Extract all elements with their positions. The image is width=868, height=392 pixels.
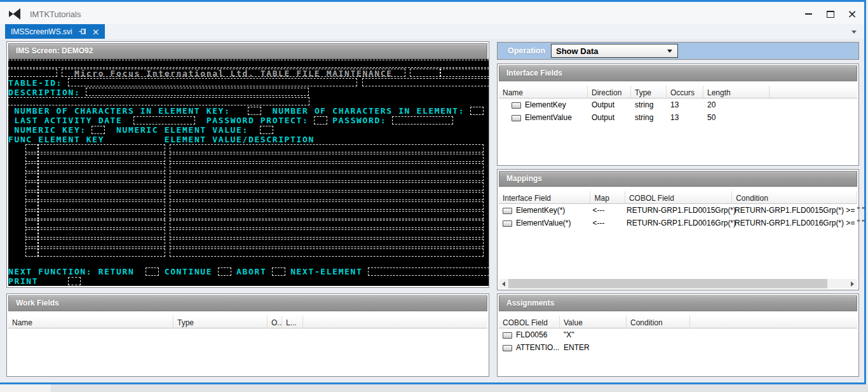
screen-field[interactable]	[440, 69, 489, 77]
column-header-filler	[770, 86, 857, 98]
app-window: IMTKTutorials × IMSScreenWS.svi × IMS	[0, 0, 868, 392]
screen-field[interactable]	[8, 97, 309, 105]
pin-icon[interactable]	[79, 27, 87, 36]
screen-field[interactable]	[37, 154, 165, 162]
column-header-type[interactable]: Type	[173, 316, 268, 328]
screen-field[interactable]	[25, 248, 39, 257]
assignments-table: COBOL FieldValueConditionFLD0056"X"ATTEN…	[499, 316, 857, 354]
screen-field[interactable]	[8, 60, 489, 68]
screen-field[interactable]	[314, 116, 327, 125]
table-header-row: Interface FieldMapCOBOL FieldCondition	[499, 191, 857, 204]
scroll-left-arrow-icon[interactable]	[499, 279, 508, 288]
minimize-button[interactable]	[801, 7, 815, 21]
screen-field[interactable]	[146, 267, 159, 276]
screen-field[interactable]	[25, 154, 39, 162]
screen-field[interactable]	[37, 211, 165, 219]
screen-field[interactable]	[170, 173, 483, 181]
screen-field[interactable]	[25, 163, 39, 172]
screen-field[interactable]	[170, 182, 483, 191]
mappings-h-scrollbar[interactable]	[499, 279, 857, 288]
column-header-cobol-field[interactable]: COBOL Field	[499, 316, 560, 328]
screen-field[interactable]	[133, 116, 195, 125]
screen-field[interactable]	[86, 88, 309, 96]
screen-field[interactable]	[92, 126, 105, 134]
screen-field[interactable]	[170, 163, 483, 172]
column-header-type[interactable]: Type	[631, 86, 667, 98]
close-button[interactable]: ×	[845, 7, 859, 21]
screen-field[interactable]	[170, 229, 483, 238]
column-header-cobol-field[interactable]: COBOL Field	[625, 191, 732, 204]
table-cell: RETURN-GRP1.FLD0015Grp(*) >= " "	[731, 206, 857, 215]
operation-select[interactable]: Show Data	[551, 44, 678, 58]
column-header-name[interactable]: Name	[499, 86, 588, 98]
screen-field[interactable]	[37, 239, 165, 247]
screen-field[interactable]	[170, 192, 483, 200]
screen-field[interactable]	[37, 201, 165, 210]
screen-field[interactable]	[170, 220, 483, 228]
screen-field[interactable]	[170, 211, 483, 219]
screen-field[interactable]	[8, 69, 57, 77]
screen-field[interactable]	[170, 239, 483, 247]
tab-close-icon[interactable]: ×	[92, 27, 100, 36]
screen-field[interactable]	[170, 144, 483, 152]
interface-fields-section: Interface Fields NameDirectionTypeOccurs…	[497, 64, 859, 166]
table-row[interactable]: ElementKey(*)<---RETURN-GRP1.FLD0015Grp(…	[499, 204, 857, 217]
screen-field[interactable]	[25, 192, 39, 200]
screen-field[interactable]	[37, 229, 165, 238]
screen-field[interactable]	[260, 126, 273, 134]
screen-field[interactable]	[68, 78, 358, 86]
column-header-occurs[interactable]: Occurs	[667, 86, 703, 98]
maximize-button[interactable]	[824, 7, 837, 21]
screen-field[interactable]	[37, 192, 165, 200]
column-header-name[interactable]: Name	[8, 316, 173, 328]
column-header-o-[interactable]: O...	[268, 316, 282, 328]
screen-field[interactable]	[470, 107, 484, 115]
column-header-length[interactable]: Length	[703, 86, 770, 98]
screen-field[interactable]	[68, 277, 81, 285]
screen-field[interactable]	[37, 173, 165, 181]
table-row[interactable]: ElementValue(*)<---RETURN-GRP1.FLD0016Gr…	[499, 217, 857, 229]
screen-field[interactable]	[37, 144, 165, 152]
table-row[interactable]: ATTENTIO...ENTER	[499, 341, 857, 354]
tab-list-dropdown-icon[interactable]	[851, 30, 857, 34]
column-header-direction[interactable]: Direction	[588, 86, 631, 98]
column-header-condition[interactable]: Condition	[732, 191, 857, 204]
column-header-interface-field[interactable]: Interface Field	[499, 191, 590, 204]
column-header-value[interactable]: Value	[560, 316, 627, 328]
screen-field[interactable]	[368, 267, 489, 276]
document-tab[interactable]: IMSScreenWS.svi ×	[5, 24, 105, 39]
scroll-right-arrow-icon[interactable]	[848, 279, 857, 288]
column-header-l-[interactable]: L...	[282, 316, 303, 328]
table-cell: ElementValue(*)	[499, 219, 589, 227]
screen-field[interactable]	[25, 220, 39, 228]
field-icon	[512, 115, 521, 121]
column-header-condition[interactable]: Condition	[627, 316, 690, 328]
table-row[interactable]: FLD0056"X"	[499, 328, 857, 341]
column-header-map[interactable]: Map	[590, 191, 625, 204]
titlebar[interactable]: IMTKTutorials ×	[0, 2, 864, 24]
screen-field[interactable]	[37, 248, 165, 257]
screen-field[interactable]	[37, 163, 165, 172]
screen-field[interactable]	[410, 69, 441, 77]
screen-field[interactable]	[170, 248, 483, 257]
table-row[interactable]: ElementValueOutputstring1350	[499, 111, 857, 124]
screen-field[interactable]	[25, 144, 39, 152]
screen-field[interactable]	[218, 267, 231, 276]
screen-field[interactable]	[272, 267, 285, 276]
screen-field[interactable]	[37, 220, 165, 228]
screen-field[interactable]	[25, 229, 39, 238]
table-row[interactable]: ElementKeyOutputstring1320	[499, 98, 857, 111]
screen-field[interactable]	[248, 107, 261, 115]
screen-field[interactable]	[25, 201, 39, 210]
screen-field[interactable]	[170, 154, 483, 162]
screen-field[interactable]	[25, 239, 39, 247]
tab-label: IMSScreenWS.svi	[11, 27, 72, 36]
screen-field[interactable]	[392, 116, 454, 125]
screen-field[interactable]	[25, 211, 39, 219]
screen-field[interactable]	[37, 182, 165, 191]
screen-field[interactable]	[170, 201, 483, 210]
screen-field[interactable]	[25, 173, 39, 181]
screen-field[interactable]	[25, 182, 39, 191]
scrollbar-thumb[interactable]	[508, 279, 827, 288]
screen-field[interactable]	[362, 78, 489, 86]
